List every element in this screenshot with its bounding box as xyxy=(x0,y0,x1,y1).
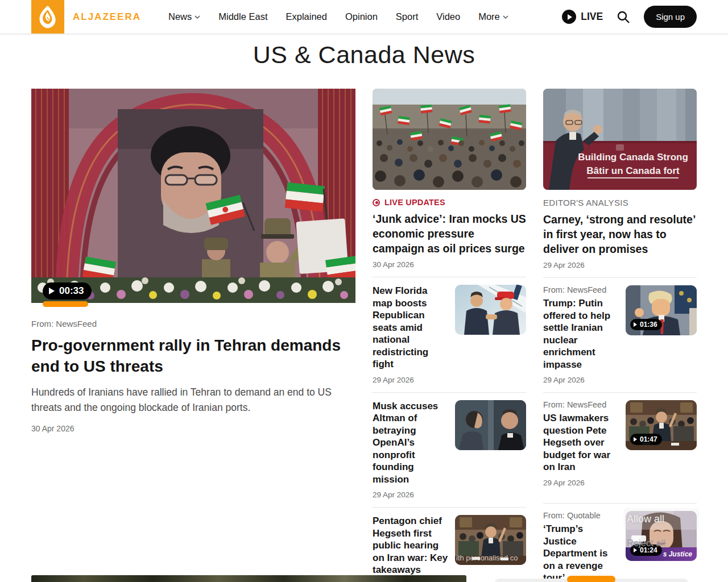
article-list-item[interactable]: From: NewsFeed Trump: Putin offered to h… xyxy=(543,277,697,384)
carney-illustration: Building Canada Strong Bâtir un Canada f… xyxy=(543,89,697,190)
article-title: ‘Trump’s Justice Department is on a reve… xyxy=(543,523,619,582)
featured-excerpt: Hundreds of Iranians have rallied in Teh… xyxy=(31,385,355,415)
article-title: Trump: Putin offered to help settle Iran… xyxy=(543,297,619,371)
crowd-illustration xyxy=(373,89,526,190)
chevron-down-icon xyxy=(503,15,508,19)
nav-label: Explained xyxy=(286,11,327,22)
article-list-item[interactable]: New Florida map boosts Republican seats … xyxy=(373,277,526,384)
aljazeera-flame-icon xyxy=(36,4,59,30)
article-title[interactable]: ‘Junk advice’: Iran mocks US economic pr… xyxy=(373,211,526,256)
live-label: LIVE xyxy=(581,11,603,23)
header-actions: LIVE Sign up xyxy=(562,6,697,28)
live-button[interactable]: LIVE xyxy=(562,10,603,24)
chevron-down-icon xyxy=(195,15,200,19)
article-date: 30 Apr 2026 xyxy=(373,260,526,269)
musk-altman-thumbnail xyxy=(455,400,526,450)
banner-text-line2: Bâtir un Canada fort xyxy=(586,165,680,176)
play-circle-icon xyxy=(562,10,576,24)
site-header: ALJAZEERA News Middle East Explained Opi… xyxy=(0,0,728,35)
video-duration: 01:47 xyxy=(640,435,657,443)
cookie-reject-all-button[interactable]: Reject all xyxy=(627,538,665,548)
article-kicker: From: NewsFeed xyxy=(543,400,619,409)
nav-item-video[interactable]: Video xyxy=(436,11,460,22)
article-list-item[interactable]: Musk accuses Altman of betraying OpenAI’… xyxy=(373,392,526,500)
article-date: 29 Apr 2026 xyxy=(373,490,448,499)
cookie-allow-all-button[interactable]: Allow all xyxy=(623,508,699,530)
article-kicker: From: NewsFeed xyxy=(543,285,619,294)
desantis-trump-thumbnail xyxy=(455,285,526,335)
article-title: Musk accuses Altman of betraying OpenAI’… xyxy=(373,400,448,486)
nav-label: News xyxy=(168,11,192,22)
nav-item-opinion[interactable]: Opinion xyxy=(345,11,378,22)
signup-button[interactable]: Sign up xyxy=(644,6,697,28)
nav-item-explained[interactable]: Explained xyxy=(286,11,327,22)
featured-kicker: From: NewsFeed xyxy=(31,319,355,329)
article-title: Pentagon chief Hegseth first public hear… xyxy=(373,515,448,576)
article-date: 29 Apr 2026 xyxy=(373,376,448,384)
play-icon xyxy=(634,322,637,327)
nav-label: Middle East xyxy=(218,11,267,22)
video-caption: s Justice xyxy=(663,550,697,558)
live-updates-label: LIVE UPDATES xyxy=(384,198,445,207)
page-title: US & Canada News xyxy=(0,41,728,69)
hegseth-hearing-thumbnail: ith personalised co xyxy=(455,515,526,565)
nav-label: Sport xyxy=(396,11,418,22)
video-duration-badge: 01:47 xyxy=(630,434,662,445)
nav-label: Video xyxy=(436,11,460,22)
consent-ghost-text: ith personalised co xyxy=(455,554,526,562)
nav-item-more[interactable]: More xyxy=(478,11,508,22)
play-icon xyxy=(49,288,55,294)
video-duration: 01:36 xyxy=(640,321,657,329)
video-duration-badge: 01:36 xyxy=(630,319,662,330)
cookie-allow-all-label: Allow all xyxy=(623,513,664,525)
bottom-widget-accent-button[interactable] xyxy=(567,576,615,582)
article-date: 29 Apr 2026 xyxy=(543,261,697,269)
article-title: New Florida map boosts Republican seats … xyxy=(373,285,448,371)
nav-item-middle-east[interactable]: Middle East xyxy=(218,11,267,22)
search-icon[interactable] xyxy=(617,10,630,24)
nav-item-sport[interactable]: Sport xyxy=(396,11,418,22)
banner-text-line1: Building Canada Strong xyxy=(578,152,688,163)
live-updates-kicker[interactable]: LIVE UPDATES xyxy=(373,198,526,207)
featured-date: 30 Apr 2026 xyxy=(31,424,355,433)
article-kicker: From: Quotable xyxy=(543,511,619,520)
trump-video-thumbnail: 01:36 xyxy=(626,285,697,335)
article-date: 29 Apr 2026 xyxy=(543,376,619,384)
crowd-rally-thumbnail[interactable] xyxy=(373,89,526,190)
brand-wordmark[interactable]: ALJAZEERA xyxy=(73,11,141,23)
featured-video-thumbnail[interactable]: 00:33 xyxy=(31,89,355,303)
play-icon xyxy=(634,437,637,442)
editors-analysis-kicker: EDITOR'S ANALYSIS xyxy=(543,198,697,207)
article-title: US lawmakers question Pete Hegseth over … xyxy=(543,412,619,473)
article-list-item[interactable]: From: NewsFeed US lawmakers question Pet… xyxy=(543,392,697,495)
tehran-rally-illustration xyxy=(31,89,355,303)
carney-thumbnail[interactable]: Building Canada Strong Bâtir un Canada f… xyxy=(543,89,697,190)
video-progress-bar xyxy=(43,301,88,307)
article-title[interactable]: Carney, ‘strong and resolute’ in first y… xyxy=(543,212,697,256)
next-section-image[interactable] xyxy=(31,575,466,582)
main-nav: News Middle East Explained Opinion Sport… xyxy=(168,11,508,22)
article-date: 29 Apr 2026 xyxy=(543,479,619,487)
featured-title[interactable]: Pro-government rally in Tehran demands e… xyxy=(31,335,355,377)
column-live-updates: LIVE UPDATES ‘Junk advice’: Iran mocks U… xyxy=(373,89,526,582)
nav-label: Opinion xyxy=(345,11,378,22)
video-duration-badge: 00:33 xyxy=(43,282,92,300)
play-icon xyxy=(634,548,637,552)
nav-label: More xyxy=(478,11,500,22)
featured-article: 00:33 From: NewsFeed Pro-government rall… xyxy=(31,89,355,433)
nav-item-news[interactable]: News xyxy=(168,11,200,22)
article-list-item[interactable]: Pentagon chief Hegseth first public hear… xyxy=(373,507,526,582)
aljazeera-logo[interactable] xyxy=(31,0,64,34)
live-dot-icon xyxy=(373,199,380,206)
hegseth-hearing-thumbnail: 01:47 xyxy=(626,400,697,450)
video-duration: 00:33 xyxy=(59,285,84,297)
